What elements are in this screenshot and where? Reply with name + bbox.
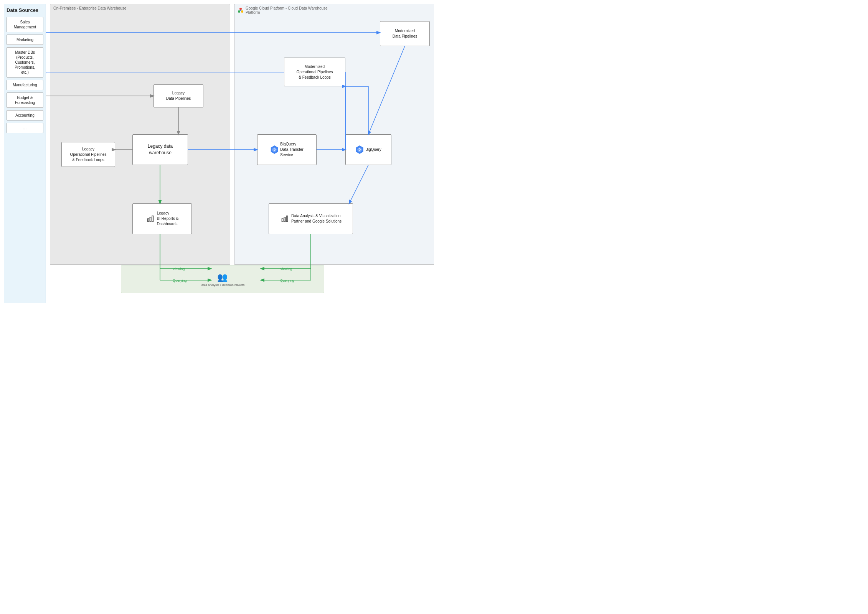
bq-transfer-box: BigQueryData TransferService — [257, 134, 317, 165]
data-analysis-box: Data Analysis & VisualizationPartner and… — [269, 203, 353, 234]
bigquery-box: BigQuery — [345, 134, 391, 165]
main-diagram-area: On-Premises - Enterprise Data Warehouse … — [46, 0, 434, 307]
source-master-dbs: Master DBs(Products,Customers,Promotions… — [7, 47, 43, 78]
svg-rect-11 — [286, 216, 287, 222]
users-label: Data analysts / Decision makers — [201, 283, 244, 287]
bq-transfer-label: BigQueryData TransferService — [280, 142, 304, 158]
querying-left-label: Querying — [173, 279, 187, 282]
bigquery-icon — [355, 145, 364, 154]
person-icon: 👥 — [201, 272, 244, 282]
modernized-data-pipelines-box: ModernizedData Pipelines — [380, 21, 430, 46]
source-budget: Budget &Forecasting — [7, 92, 43, 108]
gcp-header: Google Cloud Platform - Cloud Data Wareh… — [234, 4, 434, 17]
querying-right-label: Querying — [280, 279, 294, 282]
legacy-dw-box: Legacy datawarehouse — [132, 134, 188, 165]
svg-point-1 — [241, 10, 243, 13]
person-area: 👥 Data analysts / Decision makers — [201, 272, 244, 287]
svg-point-3 — [240, 10, 241, 11]
modernized-ops-box: ModernizedOperational Pipelines& Feedbac… — [284, 58, 345, 86]
viewing-left-label: Viewing — [173, 267, 185, 271]
panel-title: Data Sources — [7, 7, 43, 13]
source-sales: SalesManagement — [7, 17, 43, 32]
source-misc: ... — [7, 123, 43, 133]
gcp-logo-icon — [238, 7, 244, 13]
source-marketing: Marketing — [7, 35, 43, 45]
data-analysis-label: Data Analysis & VisualizationPartner and… — [291, 213, 342, 224]
source-accounting: Accounting — [7, 110, 43, 120]
bq-transfer-icon — [270, 145, 279, 154]
svg-point-4 — [272, 147, 277, 152]
svg-point-2 — [238, 10, 240, 13]
data-sources-panel: Data Sources SalesManagement Marketing M… — [4, 4, 46, 303]
bi-chart-icon — [146, 214, 155, 223]
svg-rect-8 — [152, 216, 153, 222]
source-manufacturing: Manufacturing — [7, 80, 43, 90]
bigquery-label: BigQuery — [365, 147, 381, 152]
legacy-bi-box: LegacyBI Reports &Dashboards — [132, 203, 192, 234]
legacy-data-pipelines-box: LegacyData Pipelines — [153, 84, 203, 107]
svg-point-5 — [357, 147, 362, 152]
data-analysis-chart-icon — [280, 214, 289, 223]
diagram-container: Data Sources SalesManagement Marketing M… — [0, 0, 434, 307]
legacy-ops-box: LegacyOperational Pipelines& Feedback Lo… — [61, 142, 115, 167]
gcp-label: Google Cloud Platform - Cloud Data Wareh… — [246, 6, 328, 15]
svg-rect-10 — [284, 217, 285, 222]
svg-rect-7 — [150, 217, 151, 222]
legacy-bi-label: LegacyBI Reports &Dashboards — [157, 211, 179, 227]
svg-rect-9 — [282, 219, 283, 222]
on-premises-label: On-Premises - Enterprise Data Warehouse — [50, 4, 230, 12]
viewing-right-label: Viewing — [280, 267, 292, 271]
svg-rect-6 — [147, 219, 149, 222]
